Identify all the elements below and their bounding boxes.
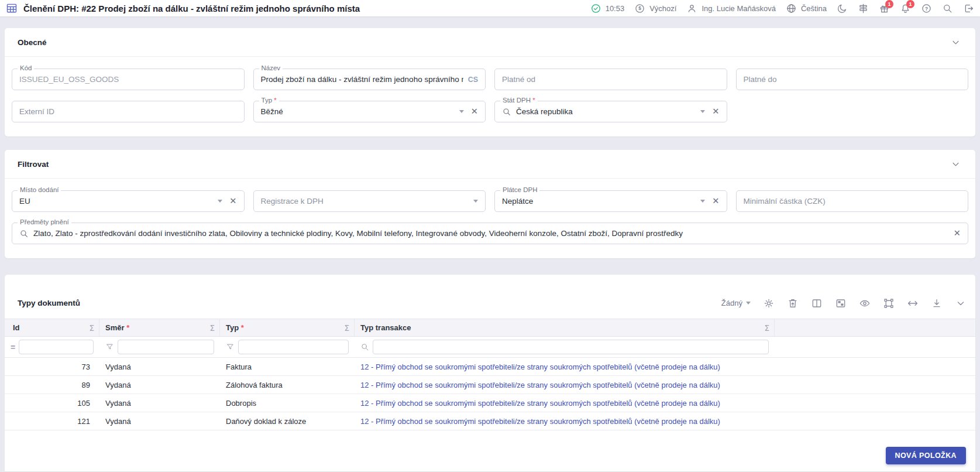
table-row[interactable]: 73 Vydaná Faktura 12 - Přímý obchod se s…: [5, 358, 975, 376]
predmety-plneni-field[interactable]: Předměty plnění Zlato, Zlato - zprostřed…: [12, 223, 968, 244]
table-row[interactable]: 105 Vydaná Dobropis 12 - Přímý obchod se…: [5, 394, 975, 412]
equals-icon[interactable]: =: [11, 343, 15, 352]
clear-icon[interactable]: ✕: [712, 197, 719, 206]
sync-status[interactable]: 10:53: [590, 3, 625, 14]
user-icon: [686, 3, 697, 14]
fit-width-button[interactable]: [907, 297, 919, 309]
externi-id-field[interactable]: [12, 101, 245, 122]
logout-icon: [963, 3, 974, 14]
archive-button[interactable]: [787, 297, 799, 309]
layout-button[interactable]: [835, 297, 847, 309]
help[interactable]: ?: [921, 3, 932, 14]
trash-restore-icon: [787, 297, 799, 309]
filter-cell-id: =: [5, 337, 99, 357]
dropdown-caret-icon[interactable]: [473, 200, 478, 203]
column-header-id[interactable]: Id Σ: [5, 319, 99, 336]
chevron-down-icon[interactable]: [950, 37, 961, 48]
global-search[interactable]: [942, 3, 953, 14]
cell-typ: Zálohová faktura: [220, 376, 355, 394]
externi-id-input[interactable]: [19, 107, 237, 116]
split-view-button[interactable]: [811, 297, 823, 309]
dropdown-caret-icon[interactable]: [459, 110, 464, 113]
section-general-header[interactable]: Obecné: [5, 28, 975, 57]
chevron-down-icon: [955, 297, 967, 309]
id-filter-input[interactable]: [19, 340, 94, 354]
search-icon[interactable]: [360, 343, 369, 351]
predmety-plneni-label: Předměty plnění: [18, 218, 71, 225]
platne-od-field[interactable]: [494, 69, 727, 90]
export-button[interactable]: [931, 297, 943, 309]
registrace-k-dph-field[interactable]: Registrace k DPH: [253, 190, 486, 212]
table-title: Typy dokumentů: [18, 299, 80, 307]
stat-dph-value: Česká republika: [516, 107, 696, 116]
typ-field[interactable]: Typ * Běžné ✕: [253, 101, 486, 122]
cell-typ: Faktura: [220, 358, 355, 375]
collapse-table-button[interactable]: [955, 297, 967, 309]
cell-typ-transakce-link[interactable]: 12 - Přímý obchod se soukromými spotřebi…: [355, 394, 775, 412]
table-row[interactable]: 89 Vydaná Zálohová faktura 12 - Přímý ob…: [5, 376, 975, 394]
page-title: Členění DPH: #22 Prodej zboží na dálku -…: [23, 4, 360, 13]
nazev-input[interactable]: [261, 75, 463, 84]
column-header-typ[interactable]: Typ * Σ: [220, 319, 355, 336]
selection-frame-button[interactable]: [883, 297, 895, 309]
language-suffix-badge[interactable]: CS: [468, 76, 478, 84]
column-header-typ-transakce[interactable]: Typ transakce Σ: [355, 319, 775, 336]
clear-icon[interactable]: ✕: [954, 229, 961, 238]
table-grid-icon[interactable]: [6, 2, 18, 14]
dropdown-caret-icon[interactable]: [700, 200, 705, 203]
user-menu[interactable]: Ing. Lucie Maňásková: [686, 3, 775, 14]
svg-text:?: ?: [925, 5, 928, 11]
sigma-aggregate-icon[interactable]: Σ: [89, 323, 94, 333]
clear-icon[interactable]: ✕: [471, 107, 478, 116]
gear-icon: [763, 297, 775, 309]
cell-id: 105: [5, 394, 99, 412]
column-header-smer[interactable]: Směr * Σ: [99, 319, 220, 336]
group-by-dropdown[interactable]: Žádný: [721, 299, 751, 307]
language-selector[interactable]: Čeština: [786, 3, 827, 14]
funnel-icon[interactable]: [226, 343, 235, 351]
dark-mode-toggle[interactable]: [837, 3, 848, 14]
sigma-aggregate-icon[interactable]: Σ: [764, 323, 769, 333]
platce-dph-field[interactable]: Plátce DPH Neplátce ✕: [494, 190, 727, 212]
nazev-field[interactable]: Název CS: [253, 69, 486, 90]
minimalni-castka-field[interactable]: [736, 190, 969, 212]
cell-typ-transakce-link[interactable]: 12 - Přímý obchod se soukromými spotřebi…: [355, 376, 775, 394]
kod-input[interactable]: [19, 75, 237, 84]
minimalni-castka-input[interactable]: [744, 197, 961, 206]
currency-profile[interactable]: $ Výchozí: [634, 3, 676, 14]
required-mark: *: [532, 97, 535, 104]
section-filter-header[interactable]: Filtrovat: [5, 150, 975, 179]
typ-filter-input[interactable]: [238, 340, 349, 354]
dropdown-caret-icon[interactable]: [700, 110, 705, 113]
notifications[interactable]: 1: [900, 3, 911, 14]
cell-typ-transakce-link[interactable]: 12 - Přímý obchod se soukromými spotřebi…: [355, 412, 775, 430]
table-settings-button[interactable]: [763, 297, 775, 309]
chevron-down-icon[interactable]: [950, 159, 961, 170]
sigma-aggregate-icon[interactable]: Σ: [209, 323, 215, 333]
visibility-button[interactable]: [859, 297, 871, 309]
cell-typ-transakce-link[interactable]: 12 - Přímý obchod se soukromými spotřebi…: [355, 358, 775, 375]
stat-dph-field[interactable]: Stát DPH * Česká republika ✕: [494, 101, 727, 122]
platne-do-input[interactable]: [744, 75, 961, 84]
platne-od-input[interactable]: [502, 75, 720, 84]
table-row[interactable]: 121 Vydaná Daňový doklad k záloze 12 - P…: [5, 412, 975, 430]
misto-dodani-field[interactable]: Místo dodání EU ✕: [12, 190, 245, 212]
funnel-icon[interactable]: [105, 343, 114, 351]
globe-icon: [786, 3, 797, 14]
search-icon: [19, 229, 29, 238]
logout[interactable]: [963, 3, 974, 14]
smer-filter-input[interactable]: [118, 340, 214, 354]
whats-new[interactable]: 1: [879, 3, 890, 14]
clear-icon[interactable]: ✕: [229, 197, 236, 206]
typ-transakce-filter-input[interactable]: [373, 340, 769, 354]
platce-dph-label: Plátce DPH: [500, 186, 539, 193]
filter-cell-typ: [220, 337, 355, 357]
new-item-button[interactable]: NOVÁ POLOŽKA: [886, 447, 967, 464]
platne-do-field[interactable]: [736, 69, 969, 90]
navigation-switch[interactable]: [858, 3, 869, 14]
dropdown-caret-icon[interactable]: [218, 200, 222, 203]
cell-typ: Daňový doklad k záloze: [220, 412, 355, 430]
sigma-aggregate-icon[interactable]: Σ: [344, 323, 349, 333]
clear-icon[interactable]: ✕: [712, 107, 719, 116]
kod-field[interactable]: Kód: [12, 69, 245, 90]
